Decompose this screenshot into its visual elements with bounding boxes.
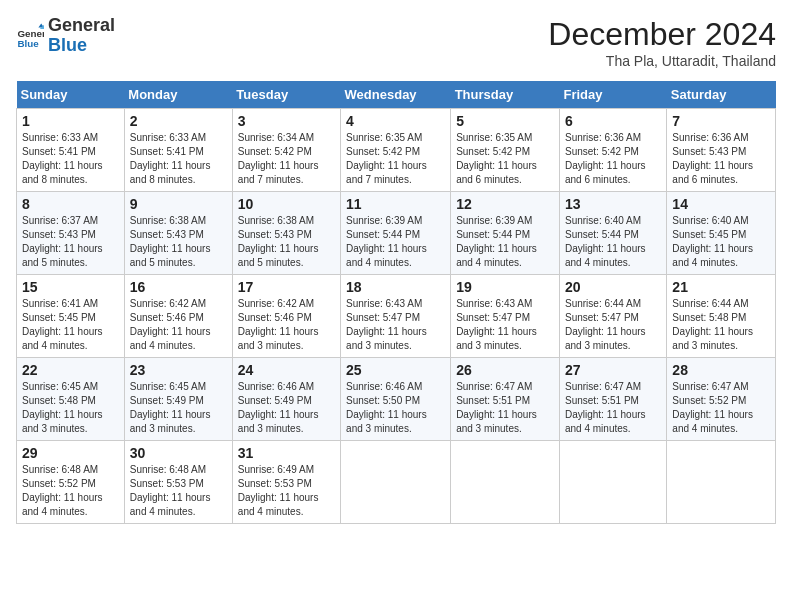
calendar-cell: 26Sunrise: 6:47 AMSunset: 5:51 PMDayligh… <box>451 358 560 441</box>
calendar-cell <box>559 441 666 524</box>
calendar-cell: 31Sunrise: 6:49 AMSunset: 5:53 PMDayligh… <box>232 441 340 524</box>
calendar-cell: 8Sunrise: 6:37 AMSunset: 5:43 PMDaylight… <box>17 192 125 275</box>
day-number: 10 <box>238 196 335 212</box>
day-info: Sunrise: 6:43 AMSunset: 5:47 PMDaylight:… <box>456 297 554 353</box>
day-number: 3 <box>238 113 335 129</box>
day-number: 16 <box>130 279 227 295</box>
col-header-friday: Friday <box>559 81 666 109</box>
logo-icon: General Blue <box>16 22 44 50</box>
day-info: Sunrise: 6:35 AMSunset: 5:42 PMDaylight:… <box>456 131 554 187</box>
calendar-cell: 10Sunrise: 6:38 AMSunset: 5:43 PMDayligh… <box>232 192 340 275</box>
svg-text:Blue: Blue <box>17 37 39 48</box>
calendar-cell: 20Sunrise: 6:44 AMSunset: 5:47 PMDayligh… <box>559 275 666 358</box>
day-number: 9 <box>130 196 227 212</box>
calendar-week-row: 1Sunrise: 6:33 AMSunset: 5:41 PMDaylight… <box>17 109 776 192</box>
logo: General Blue General Blue <box>16 16 115 56</box>
day-number: 18 <box>346 279 445 295</box>
calendar-cell: 19Sunrise: 6:43 AMSunset: 5:47 PMDayligh… <box>451 275 560 358</box>
day-info: Sunrise: 6:36 AMSunset: 5:42 PMDaylight:… <box>565 131 661 187</box>
calendar-cell: 22Sunrise: 6:45 AMSunset: 5:48 PMDayligh… <box>17 358 125 441</box>
calendar-cell: 15Sunrise: 6:41 AMSunset: 5:45 PMDayligh… <box>17 275 125 358</box>
day-number: 1 <box>22 113 119 129</box>
day-info: Sunrise: 6:44 AMSunset: 5:48 PMDaylight:… <box>672 297 770 353</box>
calendar-cell <box>451 441 560 524</box>
day-number: 26 <box>456 362 554 378</box>
calendar-cell <box>667 441 776 524</box>
day-info: Sunrise: 6:38 AMSunset: 5:43 PMDaylight:… <box>238 214 335 270</box>
day-info: Sunrise: 6:38 AMSunset: 5:43 PMDaylight:… <box>130 214 227 270</box>
day-number: 12 <box>456 196 554 212</box>
day-number: 14 <box>672 196 770 212</box>
day-info: Sunrise: 6:47 AMSunset: 5:51 PMDaylight:… <box>456 380 554 436</box>
calendar-cell: 14Sunrise: 6:40 AMSunset: 5:45 PMDayligh… <box>667 192 776 275</box>
day-number: 17 <box>238 279 335 295</box>
calendar-cell: 9Sunrise: 6:38 AMSunset: 5:43 PMDaylight… <box>124 192 232 275</box>
day-number: 7 <box>672 113 770 129</box>
day-info: Sunrise: 6:37 AMSunset: 5:43 PMDaylight:… <box>22 214 119 270</box>
col-header-sunday: Sunday <box>17 81 125 109</box>
calendar-cell: 17Sunrise: 6:42 AMSunset: 5:46 PMDayligh… <box>232 275 340 358</box>
day-number: 22 <box>22 362 119 378</box>
day-number: 27 <box>565 362 661 378</box>
col-header-tuesday: Tuesday <box>232 81 340 109</box>
calendar-cell: 21Sunrise: 6:44 AMSunset: 5:48 PMDayligh… <box>667 275 776 358</box>
day-info: Sunrise: 6:45 AMSunset: 5:49 PMDaylight:… <box>130 380 227 436</box>
day-info: Sunrise: 6:40 AMSunset: 5:45 PMDaylight:… <box>672 214 770 270</box>
day-info: Sunrise: 6:39 AMSunset: 5:44 PMDaylight:… <box>346 214 445 270</box>
day-info: Sunrise: 6:46 AMSunset: 5:49 PMDaylight:… <box>238 380 335 436</box>
calendar-cell: 25Sunrise: 6:46 AMSunset: 5:50 PMDayligh… <box>341 358 451 441</box>
day-number: 28 <box>672 362 770 378</box>
col-header-monday: Monday <box>124 81 232 109</box>
calendar-week-row: 22Sunrise: 6:45 AMSunset: 5:48 PMDayligh… <box>17 358 776 441</box>
col-header-wednesday: Wednesday <box>341 81 451 109</box>
calendar-week-row: 29Sunrise: 6:48 AMSunset: 5:52 PMDayligh… <box>17 441 776 524</box>
title-area: December 2024 Tha Pla, Uttaradit, Thaila… <box>548 16 776 69</box>
day-info: Sunrise: 6:33 AMSunset: 5:41 PMDaylight:… <box>130 131 227 187</box>
calendar-cell: 28Sunrise: 6:47 AMSunset: 5:52 PMDayligh… <box>667 358 776 441</box>
calendar-cell: 13Sunrise: 6:40 AMSunset: 5:44 PMDayligh… <box>559 192 666 275</box>
day-info: Sunrise: 6:46 AMSunset: 5:50 PMDaylight:… <box>346 380 445 436</box>
day-info: Sunrise: 6:39 AMSunset: 5:44 PMDaylight:… <box>456 214 554 270</box>
day-number: 23 <box>130 362 227 378</box>
day-number: 31 <box>238 445 335 461</box>
calendar-cell: 7Sunrise: 6:36 AMSunset: 5:43 PMDaylight… <box>667 109 776 192</box>
day-number: 11 <box>346 196 445 212</box>
calendar-cell: 27Sunrise: 6:47 AMSunset: 5:51 PMDayligh… <box>559 358 666 441</box>
col-header-saturday: Saturday <box>667 81 776 109</box>
calendar-cell: 2Sunrise: 6:33 AMSunset: 5:41 PMDaylight… <box>124 109 232 192</box>
day-info: Sunrise: 6:48 AMSunset: 5:52 PMDaylight:… <box>22 463 119 519</box>
calendar-cell: 24Sunrise: 6:46 AMSunset: 5:49 PMDayligh… <box>232 358 340 441</box>
day-info: Sunrise: 6:49 AMSunset: 5:53 PMDaylight:… <box>238 463 335 519</box>
day-number: 5 <box>456 113 554 129</box>
day-info: Sunrise: 6:33 AMSunset: 5:41 PMDaylight:… <box>22 131 119 187</box>
logo-general-text: General <box>48 15 115 35</box>
day-number: 29 <box>22 445 119 461</box>
col-header-thursday: Thursday <box>451 81 560 109</box>
calendar-cell: 4Sunrise: 6:35 AMSunset: 5:42 PMDaylight… <box>341 109 451 192</box>
day-info: Sunrise: 6:45 AMSunset: 5:48 PMDaylight:… <box>22 380 119 436</box>
day-info: Sunrise: 6:34 AMSunset: 5:42 PMDaylight:… <box>238 131 335 187</box>
day-number: 30 <box>130 445 227 461</box>
day-number: 24 <box>238 362 335 378</box>
day-info: Sunrise: 6:44 AMSunset: 5:47 PMDaylight:… <box>565 297 661 353</box>
calendar-cell: 1Sunrise: 6:33 AMSunset: 5:41 PMDaylight… <box>17 109 125 192</box>
day-number: 2 <box>130 113 227 129</box>
day-info: Sunrise: 6:47 AMSunset: 5:52 PMDaylight:… <box>672 380 770 436</box>
day-info: Sunrise: 6:35 AMSunset: 5:42 PMDaylight:… <box>346 131 445 187</box>
day-number: 8 <box>22 196 119 212</box>
calendar-cell: 30Sunrise: 6:48 AMSunset: 5:53 PMDayligh… <box>124 441 232 524</box>
day-info: Sunrise: 6:48 AMSunset: 5:53 PMDaylight:… <box>130 463 227 519</box>
calendar-cell <box>341 441 451 524</box>
calendar-cell: 12Sunrise: 6:39 AMSunset: 5:44 PMDayligh… <box>451 192 560 275</box>
calendar-table: SundayMondayTuesdayWednesdayThursdayFrid… <box>16 81 776 524</box>
calendar-cell: 11Sunrise: 6:39 AMSunset: 5:44 PMDayligh… <box>341 192 451 275</box>
calendar-cell: 18Sunrise: 6:43 AMSunset: 5:47 PMDayligh… <box>341 275 451 358</box>
day-info: Sunrise: 6:43 AMSunset: 5:47 PMDaylight:… <box>346 297 445 353</box>
day-info: Sunrise: 6:42 AMSunset: 5:46 PMDaylight:… <box>130 297 227 353</box>
calendar-cell: 5Sunrise: 6:35 AMSunset: 5:42 PMDaylight… <box>451 109 560 192</box>
day-number: 6 <box>565 113 661 129</box>
day-number: 20 <box>565 279 661 295</box>
location-title: Tha Pla, Uttaradit, Thailand <box>548 53 776 69</box>
day-number: 19 <box>456 279 554 295</box>
logo-blue-text: Blue <box>48 35 87 55</box>
